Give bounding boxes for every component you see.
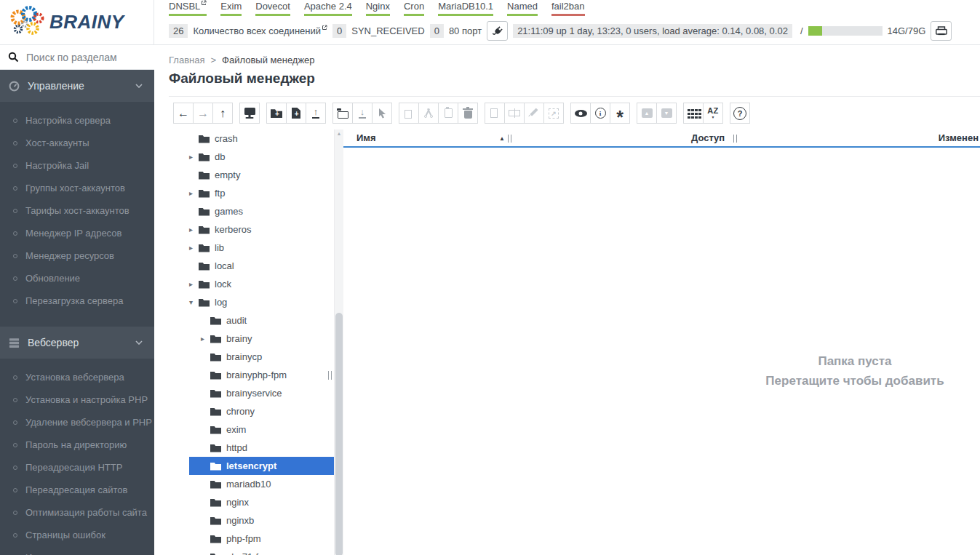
sort-alpha-button[interactable]: AZ▼ [703,103,723,124]
copy-button[interactable] [399,103,419,124]
expand-icon[interactable] [201,335,210,343]
open-folder-button[interactable] [332,103,353,124]
nav-link-cron[interactable]: Cron [404,1,424,16]
sidebar-item-update[interactable]: Обновление [0,267,154,290]
sidebar-section-upravlenie[interactable]: Управление [0,70,154,102]
sidebar-item-host-accounts[interactable]: Хост-аккаунты [0,132,154,154]
sidebar-item-site-redirect[interactable]: Переадресация сайтов [0,479,154,501]
brainy-logo[interactable]: BRAINY [0,0,154,44]
sidebar-item-http-redirect[interactable]: Переадресация HTTP [0,456,154,479]
back-button[interactable]: ← [173,103,194,124]
duplicate-button[interactable] [485,103,505,124]
expand-icon[interactable] [189,244,199,252]
disk-details-button[interactable] [931,21,952,41]
scrollbar-thumb[interactable] [335,313,343,555]
preview-button[interactable] [570,103,591,124]
sidebar-search[interactable] [0,45,154,70]
sidebar-item-webserver-remove[interactable]: Удаление вебсервера и PHP [0,411,154,434]
tree-item[interactable]: db [189,148,334,166]
upload-button[interactable]: ↑ [306,103,326,124]
breadcrumb-home[interactable]: Главная [169,55,204,65]
sidebar-item-server-settings[interactable]: Настройка сервера [0,109,154,132]
column-resize-handle[interactable] [508,135,511,143]
expand-icon[interactable] [189,153,199,161]
sidebar-item-site-optimization[interactable]: Оптимизация работы сайта [0,501,154,524]
nav-link-mariadb[interactable]: MariaDB10.1 [438,1,493,16]
delete-button[interactable] [458,103,478,124]
search-input[interactable] [26,52,143,63]
tree-item[interactable]: nginx [189,493,334,511]
rename-button[interactable] [504,103,525,124]
tree-item[interactable]: exim [189,420,334,439]
tree-item[interactable]: brainyservice [189,384,334,402]
tree-item[interactable]: lock [189,275,334,293]
nav-link-nginx[interactable]: Nginx [366,1,390,16]
sidebar-item-php-setup[interactable]: Установка и настройка PHP [0,388,154,411]
tree-item[interactable]: chrony [189,402,334,420]
sidebar-item-resource-manager[interactable]: Менеджер ресурсов [0,244,154,267]
tree-item[interactable]: mariadb10 [189,475,334,493]
remote-connection-button[interactable] [239,103,260,124]
tree-item[interactable]: log [189,293,334,311]
column-header-modified[interactable]: Изменен [939,132,979,143]
sidebar-item-host-groups[interactable]: Группы хост-аккаунтов [0,177,154,199]
tree-item[interactable]: php71-fpm [189,548,334,555]
nav-link-apache[interactable]: Apache 2.4 [304,1,352,16]
tree-item[interactable]: brainyphp-fpm [189,366,334,384]
tree-item[interactable]: httpd [189,439,334,457]
connections-plug-button[interactable] [487,21,508,41]
tree-item[interactable]: kerberos [189,220,334,239]
sidebar-item-webserver-install[interactable]: Установка вебсервера [0,366,154,388]
tree-item[interactable]: ftp [189,184,334,202]
nav-link-dovecot[interactable]: Dovecot [255,1,290,16]
up-button[interactable]: ↑ [212,103,233,124]
sidebar-item-dir-password[interactable]: Пароль на директорию [0,434,154,456]
extract-to-button[interactable]: ↗ [543,103,564,124]
scroll-up-arrow-icon[interactable]: ▲ [335,129,343,138]
tree-item[interactable]: local [189,257,334,275]
archive-extract-button[interactable]: ▼ [656,103,677,124]
tree-item[interactable]: lib [189,239,334,257]
tree-item[interactable]: empty [189,166,334,184]
sidebar-section-webserver[interactable]: Вебсервер [0,327,154,359]
column-header-name[interactable]: Имя [356,132,376,143]
cut-button[interactable] [418,103,439,124]
expand-icon[interactable] [189,189,199,197]
paste-button[interactable] [438,103,458,124]
tree-item-selected[interactable]: letsencrypt [189,457,334,475]
connections-label[interactable]: Количество всех соединений [193,25,327,36]
sidebar-item-jail[interactable]: Настройка Jail [0,154,154,177]
expand-icon[interactable] [189,225,199,233]
info-button[interactable]: i [590,103,610,124]
nav-link-dnsbl[interactable]: DNSBL [169,1,207,16]
new-folder-button[interactable]: + [266,103,287,124]
permissions-button[interactable]: * [610,103,630,124]
panel-resize-handle[interactable] [328,371,332,380]
sidebar-item-host-tariffs[interactable]: Тарифы хост-аккаунтов [0,199,154,222]
download-button[interactable]: ↓ [352,103,373,124]
tree-item[interactable]: brainycp [189,348,334,366]
archive-compress-button[interactable]: ▲ [637,103,657,124]
forward-button[interactable]: → [193,103,213,124]
select-pointer-button[interactable] [372,103,392,124]
sidebar-item-individual[interactable]: Индивидуальная [0,546,154,555]
tree-item[interactable]: nginxb [189,511,334,530]
tree-item[interactable]: php-fpm [189,530,334,548]
new-file-button[interactable]: + [286,103,306,124]
collapse-icon[interactable] [189,298,199,306]
grid-view-button[interactable] [683,103,704,124]
tree-item[interactable]: audit [189,311,334,330]
tree-item[interactable]: brainy [189,330,334,348]
tree-scrollbar[interactable]: ▲ [334,129,343,555]
nav-link-exim[interactable]: Exim [220,1,242,16]
expand-icon[interactable] [189,280,199,288]
tree-item[interactable]: crash [189,129,334,148]
sidebar-item-ip-manager[interactable]: Менеджер IP адресов [0,222,154,244]
sidebar-item-reboot[interactable]: Перезагрузка сервера [0,290,154,312]
column-resize-handle[interactable] [733,135,737,143]
column-header-access[interactable]: Доступ [691,132,725,143]
nav-link-named[interactable]: Named [507,1,538,16]
edit-button[interactable] [524,103,544,124]
help-button[interactable]: ? [730,103,750,124]
sidebar-item-error-pages[interactable]: Страницы ошибок [0,524,154,546]
